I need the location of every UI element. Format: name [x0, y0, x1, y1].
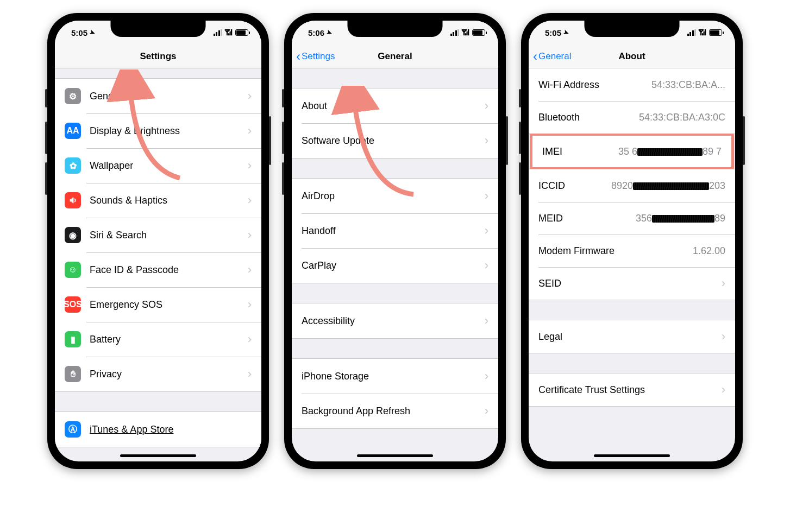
- row-itunes-appstore[interactable]: Ⓐ iTunes & App Store: [55, 412, 261, 447]
- chevron-right-icon: ›: [485, 224, 488, 238]
- notch: [111, 21, 206, 37]
- row-imei[interactable]: IMEI 35 689 7: [532, 136, 731, 167]
- battery-icon: [709, 29, 722, 36]
- row-value: 35 689 7: [618, 146, 722, 157]
- row-label: Handoff: [302, 225, 336, 237]
- row-iccid[interactable]: ICCID 8920203: [529, 169, 735, 202]
- row-software-update[interactable]: Software Update ›: [292, 123, 498, 158]
- chevron-right-icon: ›: [485, 134, 488, 148]
- status-time: 5:05: [71, 28, 87, 37]
- row-label: General: [90, 91, 124, 102]
- row-label: Battery: [90, 334, 121, 345]
- row-value: 8920203: [611, 180, 725, 192]
- back-button[interactable]: ‹ Settings: [296, 45, 335, 68]
- gear-icon: ⚙︎: [65, 88, 81, 104]
- cellular-icon: [214, 29, 223, 36]
- row-label: Face ID & Passcode: [90, 264, 179, 276]
- row-label: ICCID: [538, 180, 565, 192]
- row-label: Privacy: [90, 369, 122, 380]
- row-label: Background App Refresh: [302, 406, 410, 417]
- row-label: Wi-Fi Address: [538, 79, 599, 91]
- battery-icon: [235, 29, 248, 36]
- row-modem-firmware[interactable]: Modem Firmware 1.62.00: [529, 235, 735, 267]
- wallpaper-icon: ✿: [65, 157, 81, 174]
- status-time: 5:06: [308, 28, 324, 37]
- content-scroll[interactable]: About › Software Update › AirDrop › Hand…: [292, 68, 498, 461]
- battery-row-icon: ▮: [65, 331, 81, 347]
- home-indicator[interactable]: [357, 454, 433, 457]
- status-time: 5:05: [545, 28, 561, 37]
- chevron-right-icon: ›: [248, 297, 252, 312]
- row-general[interactable]: ⚙︎ General ›: [55, 79, 261, 113]
- row-handoff[interactable]: Handoff ›: [292, 213, 498, 248]
- row-about[interactable]: About ›: [292, 88, 498, 123]
- row-legal[interactable]: Legal ›: [529, 320, 735, 353]
- home-indicator[interactable]: [120, 454, 196, 457]
- row-seid[interactable]: SEID ›: [529, 267, 735, 300]
- row-label: Modem Firmware: [538, 245, 615, 257]
- row-value: 54:33:CB:BA:A...: [651, 79, 725, 91]
- row-emergency-sos[interactable]: SOS Emergency SOS ›: [55, 287, 261, 322]
- row-faceid-passcode[interactable]: ☺︎ Face ID & Passcode ›: [55, 252, 261, 287]
- row-airdrop[interactable]: AirDrop ›: [292, 179, 498, 213]
- row-label: Bluetooth: [538, 112, 580, 123]
- row-value: 1.62.00: [693, 245, 725, 257]
- location-icon: ➤: [89, 28, 96, 37]
- row-wallpaper[interactable]: ✿ Wallpaper ›: [55, 148, 261, 183]
- nav-bar: ‹ General About: [529, 45, 735, 68]
- chevron-right-icon: ›: [485, 99, 488, 113]
- location-icon: ➤: [325, 28, 333, 37]
- row-background-app-refresh[interactable]: Background App Refresh ›: [292, 394, 498, 428]
- row-label: Emergency SOS: [90, 299, 162, 311]
- row-label: IMEI: [542, 146, 562, 157]
- page-title: General: [378, 51, 412, 62]
- appstore-icon: Ⓐ: [65, 421, 81, 438]
- content-scroll[interactable]: ⚙︎ General › AA Display & Brightness › ✿…: [55, 68, 261, 461]
- content-scroll[interactable]: Wi-Fi Address 54:33:CB:BA:A... Bluetooth…: [529, 68, 735, 461]
- row-bluetooth[interactable]: Bluetooth 54:33:CB:BA:A3:0C: [529, 101, 735, 134]
- row-certificate-trust[interactable]: Certificate Trust Settings ›: [529, 373, 735, 406]
- chevron-right-icon: ›: [248, 228, 252, 242]
- row-label: Legal: [538, 331, 562, 343]
- battery-icon: [472, 29, 485, 36]
- home-indicator[interactable]: [594, 454, 670, 457]
- chevron-right-icon: ›: [722, 276, 725, 290]
- wifi-icon: 📶︎: [462, 28, 469, 37]
- redacted-icon: [652, 215, 714, 223]
- row-accessibility[interactable]: Accessibility ›: [292, 303, 498, 338]
- row-label: CarPlay: [302, 260, 336, 271]
- row-sounds-haptics[interactable]: 🔉︎ Sounds & Haptics ›: [55, 183, 261, 218]
- row-meid[interactable]: MEID 35689: [529, 202, 735, 235]
- phone-general: 5:06 ➤ 📶︎ ‹ Settings General About ›: [284, 13, 506, 469]
- chevron-right-icon: ›: [248, 367, 252, 381]
- row-siri-search[interactable]: ◉ Siri & Search ›: [55, 218, 261, 252]
- cellular-icon: [450, 29, 460, 36]
- chevron-right-icon: ›: [248, 159, 252, 173]
- chevron-right-icon: ›: [485, 314, 488, 328]
- chevron-right-icon: ›: [248, 193, 252, 207]
- chevron-right-icon: ›: [485, 189, 488, 203]
- row-label: AirDrop: [302, 191, 335, 202]
- nav-bar: Settings: [55, 45, 261, 68]
- row-wifi-address[interactable]: Wi-Fi Address 54:33:CB:BA:A...: [529, 68, 735, 101]
- back-button[interactable]: ‹ General: [533, 45, 571, 68]
- redacted-icon: [637, 148, 703, 156]
- row-label: Software Update: [302, 135, 374, 147]
- notch: [348, 21, 443, 37]
- chevron-right-icon: ›: [485, 404, 488, 418]
- siri-icon: ◉: [65, 227, 81, 243]
- chevron-right-icon: ›: [722, 330, 725, 344]
- redacted-icon: [633, 182, 709, 190]
- row-display-brightness[interactable]: AA Display & Brightness ›: [55, 113, 261, 148]
- row-iphone-storage[interactable]: iPhone Storage ›: [292, 359, 498, 394]
- row-battery[interactable]: ▮ Battery ›: [55, 322, 261, 357]
- row-label: Wallpaper: [90, 160, 133, 172]
- row-label: iPhone Storage: [302, 371, 369, 382]
- row-carplay[interactable]: CarPlay ›: [292, 248, 498, 283]
- nav-bar: ‹ Settings General: [292, 45, 498, 68]
- row-privacy[interactable]: ✋︎ Privacy ›: [55, 357, 261, 391]
- row-label: Certificate Trust Settings: [538, 384, 645, 396]
- row-label: Accessibility: [302, 315, 355, 327]
- phone-settings: 5:05 ➤ 📶︎ Settings ⚙︎ General › AA: [47, 13, 269, 469]
- page-title: Settings: [140, 51, 176, 62]
